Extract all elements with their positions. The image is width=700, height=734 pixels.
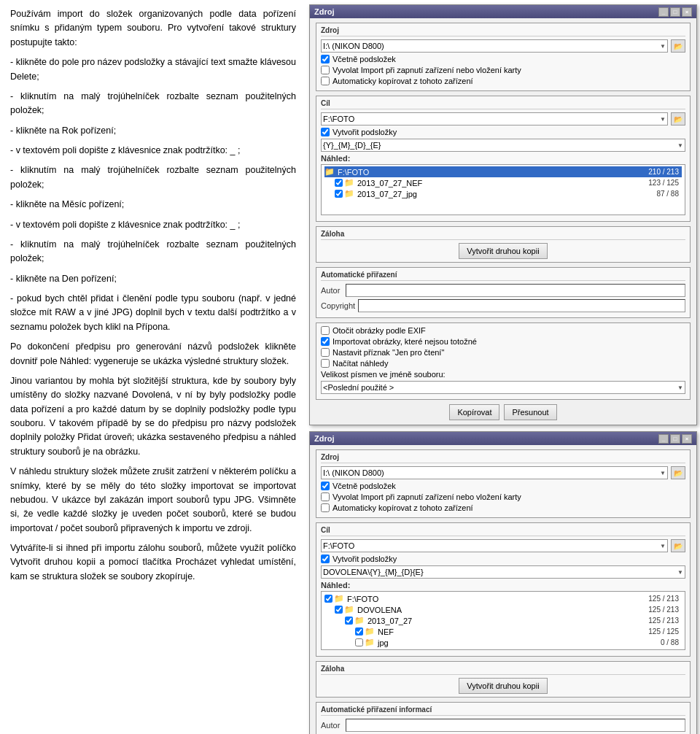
text-column: Používám import do složek organizovaných… xyxy=(0,0,306,734)
close-button[interactable]: × xyxy=(682,7,692,17)
automaticky2-checkbox[interactable] xyxy=(321,503,330,512)
autor-input[interactable] xyxy=(346,284,685,297)
dialog1-titlebar-buttons: _ □ × xyxy=(658,7,692,17)
autor2-row: Autor xyxy=(321,719,685,732)
source-folder-button[interactable]: 📂 xyxy=(671,39,685,53)
zaloba2-section: Záloha Vytvořit druhou kopii xyxy=(316,661,691,698)
tree-item-root[interactable]: 📁 F:\FOTO 210 / 213 xyxy=(324,166,682,177)
source2-dropdown-text: I:\ (NIKON D800) xyxy=(323,468,660,477)
dovolena-checkbox[interactable] xyxy=(335,606,343,614)
tree2-dovolena[interactable]: 📁 DOVOLENA 125 / 213 xyxy=(324,604,682,615)
sublayers2-checkbox[interactable] xyxy=(321,482,330,490)
tree2-date[interactable]: 📁 2013_07_27 125 / 213 xyxy=(324,615,682,626)
template-text: {Y}_{M}_{D}_{E} xyxy=(323,141,677,150)
maximize-button[interactable]: □ xyxy=(670,7,680,17)
presunout-button[interactable]: Přesunout xyxy=(504,404,556,420)
vyvolat2-checkbox[interactable] xyxy=(321,492,330,501)
maximize-button2[interactable]: □ xyxy=(670,434,680,444)
tree2-nef[interactable]: 📁 NEF 125 / 125 xyxy=(324,626,682,637)
source-dropdown[interactable]: I:\ (NIKON D800) ▼ xyxy=(321,39,668,53)
create-sublayers-label: Vytvořit podsložky xyxy=(332,128,397,136)
template-dropdown[interactable]: {Y}_{M}_{D}_{E} ▼ xyxy=(321,139,685,152)
nacitat-row: Načítat náhledy xyxy=(321,359,685,368)
source-field-row: I:\ (NIKON D800) ▼ 📂 xyxy=(321,39,685,53)
nastavit-label: Nastavit příznak "Jen pro čtení" xyxy=(332,348,444,357)
bullet6: - klikněte na Měsíc pořízení; xyxy=(10,198,296,212)
source2-folder-button[interactable]: 📂 xyxy=(671,466,685,479)
minimize-button2[interactable]: _ xyxy=(658,434,669,444)
tree2-dovolena-label: DOVOLENA xyxy=(357,606,402,614)
nef-tree-checkbox[interactable] xyxy=(335,179,343,187)
source2-dropdown[interactable]: I:\ (NIKON D800) ▼ xyxy=(321,466,668,479)
dialog1: Zdroj _ □ × Zdroj I:\ (NIKON D800) ▼ 📂 xyxy=(309,4,697,425)
tree-item-nef-label: 2013_07_27_NEF xyxy=(357,179,422,188)
date-checkbox[interactable] xyxy=(345,617,353,625)
bullet1: - klikněte do pole pro název podsložky a… xyxy=(10,55,296,84)
template2-dropdown[interactable]: DOVOLENA\{Y}_{M}_{D}{E} ▼ xyxy=(321,565,685,579)
target2-dropdown[interactable]: F:\FOTO ▼ xyxy=(321,539,668,552)
folder2-nef-icon: 📁 xyxy=(365,627,375,636)
tree2-date-label: 2013_07_27 xyxy=(368,617,412,625)
vyvolat-checkbox[interactable] xyxy=(321,66,330,74)
autor2-input[interactable] xyxy=(346,719,685,732)
autor-label: Autor xyxy=(321,286,343,295)
minimize-button[interactable]: _ xyxy=(658,7,669,17)
close-button2[interactable]: × xyxy=(682,434,692,444)
jpg2-checkbox[interactable] xyxy=(355,638,363,646)
bullet5: - kliknutím na malý trojúhelníček rozbal… xyxy=(10,163,296,192)
auto2-section: Automatické přiřazení informací Autor Co… xyxy=(316,702,691,734)
importovat-row: Importovat obrázky, které nejsou totožné xyxy=(321,337,685,346)
automaticky-checkbox[interactable] xyxy=(321,77,330,85)
create-sublayers-checkbox[interactable] xyxy=(321,128,330,136)
tree2-root[interactable]: 📁 F:\FOTO 125 / 213 xyxy=(324,593,682,604)
vyvolat-label: Vyvolat Import při zapnutí zařízení nebo… xyxy=(332,66,521,74)
sublayers-label: Včetně podsložek xyxy=(332,55,396,63)
otocit-row: Otočit obrázky podle EXIF xyxy=(321,326,685,335)
paragraph3: Jinou variantou by mohla být složitější … xyxy=(10,374,296,459)
sublayers-checkbox[interactable] xyxy=(321,55,330,63)
nef2-checkbox[interactable] xyxy=(355,627,363,636)
nastavit-checkbox[interactable] xyxy=(321,348,330,357)
bottom-buttons: Kopírovat Přesunout xyxy=(316,404,691,420)
dialog1-title: Zdroj xyxy=(314,7,335,16)
velikost-dropdown-text: <Poslední použité > xyxy=(323,383,677,392)
target2-folder-button[interactable]: 📂 xyxy=(671,539,685,552)
tree-item-nef[interactable]: 📁 2013_07_27_NEF 123 / 125 xyxy=(324,177,682,188)
folder2-date-icon: 📁 xyxy=(354,616,365,625)
template2-field-row: DOVOLENA\{Y}_{M}_{D}{E} ▼ xyxy=(321,565,685,579)
target-field-row: F:\FOTO ▼ 📂 xyxy=(321,112,685,125)
dialog2-body: Zdroj I:\ (NIKON D800) ▼ 📂 Včetně podslo… xyxy=(310,445,696,734)
tree-item-jpg[interactable]: 📁 2013_07_27_jpg 87 / 88 xyxy=(324,188,682,199)
otocit-checkbox[interactable] xyxy=(321,326,330,335)
tree2-nef-count: 125 / 125 xyxy=(648,627,682,636)
vyvolat2-row: Vyvolat Import při zapnutí zařízení nebo… xyxy=(321,492,685,501)
zaloba2-title: Záloha xyxy=(321,665,685,675)
source2-section: Zdroj I:\ (NIKON D800) ▼ 📂 Včetně podslo… xyxy=(316,449,691,518)
target-dropdown[interactable]: F:\FOTO ▼ xyxy=(321,112,668,125)
copyright-label: Copyright xyxy=(321,301,355,310)
importovat-checkbox[interactable] xyxy=(321,337,330,346)
nacitat-checkbox[interactable] xyxy=(321,359,330,368)
root2-checkbox[interactable] xyxy=(324,595,332,603)
copyright-input[interactable] xyxy=(358,299,685,312)
target2-field-row: F:\FOTO ▼ 📂 xyxy=(321,539,685,552)
autor-row: Autor xyxy=(321,284,685,297)
automaticky-label: Automaticky kopírovat z tohoto zařízení xyxy=(332,77,473,85)
velikost-dropdown[interactable]: <Poslední použité > ▼ xyxy=(321,381,685,394)
jpg-tree-checkbox[interactable] xyxy=(335,190,343,198)
source-title: Zdroj xyxy=(321,26,685,36)
importovat-label: Importovat obrázky, které nejsou totožné xyxy=(332,337,477,346)
druha-kopie-button[interactable]: Vytvořit druhou kopii xyxy=(459,243,547,259)
kopirovat-button[interactable]: Kopírovat xyxy=(449,404,499,420)
tree-item-jpg-label: 2013_07_27_jpg xyxy=(357,190,417,198)
tree2-root-count: 125 / 213 xyxy=(648,595,682,603)
tree2-jpg[interactable]: 📁 jpg 0 / 88 xyxy=(324,637,682,648)
create2-checkbox[interactable] xyxy=(321,555,330,563)
druha-kopie2-row: Vytvořit druhou kopii xyxy=(321,678,685,694)
target-folder-button[interactable]: 📂 xyxy=(671,112,685,125)
druha-kopie2-button[interactable]: Vytvořit druhou kopii xyxy=(459,678,547,694)
vyvolat-row: Vyvolat Import při zapnutí zařízení nebo… xyxy=(321,66,685,74)
automaticky2-label: Automaticky kopírovat z tohoto zařízení xyxy=(332,503,473,512)
folder2-dovolena-icon: 📁 xyxy=(344,605,354,614)
nahled-label: Náhled: xyxy=(321,154,685,163)
